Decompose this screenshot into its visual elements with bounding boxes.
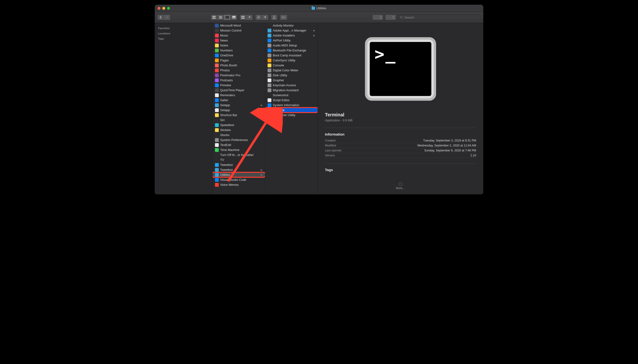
arrange-dropdown[interactable] bbox=[246, 14, 253, 20]
list-item[interactable]: News bbox=[212, 38, 265, 43]
folder-icon bbox=[268, 34, 271, 38]
more-button[interactable]: ⋯ More… bbox=[325, 182, 476, 190]
item-label: Tweetbot bbox=[220, 163, 233, 166]
app-icon bbox=[215, 133, 219, 137]
list-item[interactable]: Mission Control bbox=[212, 28, 265, 33]
list-item[interactable]: Script Editor bbox=[265, 98, 318, 102]
item-label: TextEdit bbox=[220, 143, 231, 147]
list-item[interactable]: Audio MIDI Setup bbox=[265, 43, 318, 48]
window-title-text: Utilities bbox=[316, 6, 326, 10]
action-dropdown[interactable] bbox=[262, 14, 268, 20]
column-utilities[interactable]: Activity MonitorAdobe Appl…n Manager▶Ado… bbox=[265, 23, 318, 194]
item-label: Podcasts bbox=[220, 78, 233, 82]
search-field[interactable] bbox=[398, 14, 481, 20]
view-list-button[interactable] bbox=[217, 14, 224, 20]
info-key: Version bbox=[325, 154, 335, 157]
list-item[interactable]: TextEdit bbox=[212, 142, 265, 148]
item-label: Preview bbox=[220, 84, 231, 87]
list-item[interactable]: Time Machine bbox=[212, 148, 265, 152]
minimize-button[interactable] bbox=[162, 7, 165, 10]
list-item[interactable]: Utilities▶ bbox=[212, 172, 265, 177]
list-item[interactable]: Visual Studio Code bbox=[212, 177, 265, 182]
list-item[interactable]: Photo Booth bbox=[212, 63, 265, 68]
list-item[interactable]: TV bbox=[212, 157, 265, 162]
item-label: Digital Color Meter bbox=[273, 68, 298, 72]
list-item[interactable]: Shortcut Bar bbox=[212, 112, 265, 118]
dropdown-2[interactable] bbox=[385, 14, 396, 20]
view-icons-button[interactable] bbox=[211, 14, 217, 20]
list-item[interactable]: Tweetbot bbox=[212, 162, 265, 167]
list-item[interactable]: Music bbox=[212, 33, 265, 38]
list-item[interactable]: Notes bbox=[212, 43, 265, 48]
item-label: ColorSync Utility bbox=[273, 58, 295, 62]
folder-icon bbox=[215, 168, 219, 172]
list-item[interactable]: Grapher bbox=[265, 78, 318, 83]
list-item[interactable]: QuickTime Player bbox=[212, 88, 265, 93]
list-item[interactable]: Turn Off th…ts for Safari bbox=[212, 152, 265, 157]
tags-button[interactable] bbox=[280, 14, 288, 20]
list-item[interactable]: Reminders bbox=[212, 93, 265, 98]
forward-button[interactable] bbox=[164, 14, 170, 20]
app-icon bbox=[268, 58, 271, 62]
list-item[interactable]: Console bbox=[265, 63, 318, 68]
back-button[interactable] bbox=[157, 14, 164, 20]
list-item[interactable]: VoiceOver Utility bbox=[265, 112, 318, 118]
preview-title: Terminal bbox=[325, 112, 476, 118]
svg-rect-10 bbox=[232, 16, 236, 18]
arrange-button[interactable] bbox=[240, 14, 246, 20]
list-item[interactable]: Podcasts bbox=[212, 78, 265, 83]
list-item[interactable]: Siri bbox=[212, 118, 265, 122]
list-item[interactable]: Keychain Access bbox=[265, 83, 318, 88]
list-item[interactable]: Numbers bbox=[212, 48, 265, 53]
list-item[interactable]: Stocks bbox=[212, 132, 265, 138]
list-item[interactable]: Safari bbox=[212, 98, 265, 102]
list-item[interactable]: Voice Memos bbox=[212, 182, 265, 187]
app-icon bbox=[268, 84, 271, 87]
app-icon bbox=[215, 44, 219, 48]
list-item[interactable]: Adobe Appl…n Manager▶ bbox=[265, 28, 318, 33]
dropdown-1[interactable] bbox=[372, 14, 383, 20]
share-button[interactable] bbox=[271, 14, 278, 20]
item-label: Disk Utility bbox=[273, 74, 287, 77]
list-item[interactable]: Pages bbox=[212, 58, 265, 63]
list-item[interactable]: AirPort Utility bbox=[265, 38, 318, 43]
close-button[interactable] bbox=[158, 7, 160, 10]
search-icon bbox=[400, 16, 403, 19]
list-item[interactable]: Adobe Installers▶ bbox=[265, 33, 318, 38]
list-item[interactable]: Boot Camp Assistant bbox=[265, 53, 318, 58]
list-item[interactable]: Migration Assistant bbox=[265, 88, 318, 93]
list-item[interactable]: Speedtest bbox=[212, 122, 265, 128]
list-item[interactable]: Terminal bbox=[265, 108, 318, 112]
list-item[interactable]: Digital Color Meter bbox=[265, 68, 318, 73]
svg-line-26 bbox=[259, 16, 260, 16]
list-item[interactable]: Photos bbox=[212, 68, 265, 73]
item-label: QuickTime Player bbox=[220, 88, 244, 92]
list-item[interactable]: Activity Monitor bbox=[265, 23, 318, 28]
list-item[interactable]: Setapp▶ bbox=[212, 102, 265, 108]
app-icon bbox=[215, 113, 219, 117]
app-icon bbox=[268, 44, 271, 48]
view-columns-button[interactable] bbox=[224, 14, 230, 20]
fullscreen-button[interactable] bbox=[167, 7, 170, 10]
list-item[interactable]: ColorSync Utility bbox=[265, 58, 318, 63]
view-mode-buttons bbox=[211, 14, 237, 20]
list-item[interactable]: OneDrive bbox=[212, 53, 265, 58]
item-label: Pixelmator Pro bbox=[220, 74, 240, 77]
view-gallery-button[interactable] bbox=[230, 14, 237, 20]
action-button[interactable] bbox=[255, 14, 262, 20]
list-item[interactable]: Tweetbot▶ bbox=[212, 167, 265, 172]
list-item[interactable]: Setapp bbox=[212, 108, 265, 112]
list-item[interactable]: Disk Utility bbox=[265, 73, 318, 78]
chevron-right-icon: ▶ bbox=[313, 29, 316, 32]
list-item[interactable]: Pixelmator Pro bbox=[212, 73, 265, 78]
list-item[interactable]: Stickies bbox=[212, 128, 265, 132]
list-item[interactable]: Bluetooth File Exchange bbox=[265, 48, 318, 53]
column-applications[interactable]: Microsoft WordMission ControlMusicNewsNo… bbox=[212, 23, 265, 194]
list-item[interactable]: System Preferences bbox=[212, 138, 265, 142]
list-item[interactable]: Preview bbox=[212, 83, 265, 88]
list-item[interactable]: System Information bbox=[265, 102, 318, 108]
list-item[interactable]: Microsoft Word bbox=[212, 23, 265, 28]
list-item[interactable]: Screenshot bbox=[265, 93, 318, 98]
app-icon bbox=[268, 78, 271, 82]
search-input[interactable] bbox=[404, 16, 479, 19]
